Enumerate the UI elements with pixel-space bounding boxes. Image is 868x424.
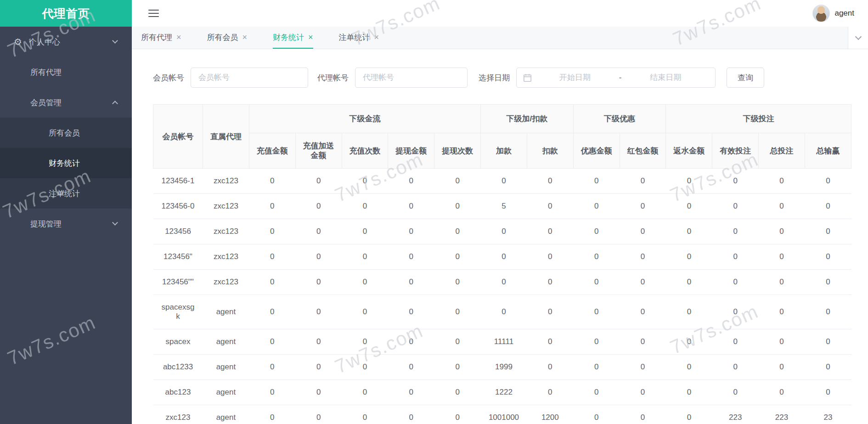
user-menu[interactable]: agent [812,5,854,22]
table-row: 123456-1zxc1230000000000000 [153,169,851,194]
table-column-header: 优惠金额 [573,133,620,169]
search-button[interactable]: 查询 [727,68,764,88]
tabs: 所有代理×所有会员×财务统计×注单统计× [141,27,405,49]
chevron-down-icon [112,220,118,226]
table-cell: 0 [249,329,295,355]
sidebar-item-all-agents[interactable]: 所有代理 [0,57,132,87]
username: agent [834,9,854,18]
tab-close-icon[interactable]: × [176,33,181,41]
table-cell: 0 [295,355,342,380]
table-cell: 0 [527,244,573,270]
table-cell: 0 [666,380,712,405]
table-cell: 0 [712,244,759,270]
table-cell: agent [203,380,249,405]
date-range-picker[interactable]: - [516,68,716,88]
table-cell: 0 [759,380,805,405]
table-cell: 0 [434,270,481,295]
topbar: agent [132,0,868,27]
table-column-header: 提现金额 [388,133,434,169]
tab-close-icon[interactable]: × [242,33,248,41]
table-cell: 0 [295,329,342,355]
table-cell: 0 [712,219,759,244]
table-group-header: 下级优惠 [573,105,666,133]
table-cell: 0 [712,329,759,355]
table-cell: 0 [434,405,481,424]
table-cell: 0 [434,295,481,329]
tab-all-members[interactable]: 所有会员× [207,27,248,49]
tab-label: 所有代理 [141,32,172,43]
table-cell: 0 [295,295,342,329]
table-cell: 123456-0 [153,194,203,219]
table-cell: 0 [805,329,851,355]
table-cell: 0 [759,270,805,295]
table-cell: zxc123 [153,405,203,424]
agent-account-input[interactable] [355,68,468,88]
tab-all-agents[interactable]: 所有代理× [141,27,181,49]
sidebar-item-all-members[interactable]: 所有会员 [0,118,132,148]
table-cell: 0 [573,405,620,424]
table-cell: 0 [759,329,805,355]
table-cell: 1001000 [481,405,527,424]
table-cell: 0 [527,194,573,219]
table-cell: 0 [481,169,527,194]
sidebar-item-bet-stats[interactable]: 注单统计 [0,178,132,209]
table-column-header: 加款 [481,133,527,169]
table-row: abc1233agent0000019990000000 [153,355,851,380]
table-cell: 0 [805,295,851,329]
table-cell: 0 [249,405,295,424]
table-cell: 0 [666,219,712,244]
table-cell: 0 [388,219,434,244]
table-cell: 0 [712,355,759,380]
tabs-collapse-button[interactable] [848,27,868,49]
table-cell: 0 [805,380,851,405]
table-cell: 0 [388,244,434,270]
sidebar-item-withdrawal-management[interactable]: 提现管理 [0,209,132,239]
table-cell: 0 [573,295,620,329]
table-cell: 0 [712,194,759,219]
start-date-input[interactable] [532,73,618,82]
tabbar: 所有代理×所有会员×财务统计×注单统计× [132,27,868,49]
table-cell: 0 [759,295,805,329]
table-cell: 0 [249,244,295,270]
table-cell: 123456 [153,219,203,244]
date-label: 选择日期 [479,73,510,83]
table-cell: 0 [573,169,620,194]
member-account-input[interactable] [191,68,308,88]
table-cell: 0 [249,169,295,194]
table-cell: 0 [527,329,573,355]
table-cell: 223 [712,405,759,424]
sidebar-item-label: 提现管理 [30,219,62,229]
table-cell: 0 [805,194,851,219]
member-account-label: 会员帐号 [153,73,184,83]
table-cell: 0 [620,329,666,355]
table-cell: 11111 [481,329,527,355]
table-cell: 0 [434,355,481,380]
table-cell: 0 [527,219,573,244]
table-cell: 0 [388,169,434,194]
table-cell: 0 [759,219,805,244]
table-cell: 0 [481,219,527,244]
table-cell: 0 [342,219,388,244]
table-cell: zxc123 [203,194,249,219]
tab-label: 财务统计 [273,32,304,43]
sidebar-item-personal-center[interactable]: ⚙个人中心 [0,27,132,57]
end-date-input[interactable] [622,73,709,82]
table-cell: 0 [712,295,759,329]
table-cell: 0 [249,270,295,295]
table-cell: 0 [666,295,712,329]
app-window: 代理首页 ⚙个人中心所有代理会员管理所有会员财务统计注单统计提现管理 agent… [0,0,868,424]
tab-close-icon[interactable]: × [308,33,313,41]
finance-stats-table: 会员帐号直属代理下级金流下级加/扣款下级优惠下级投注充值金额充值加送金额充值次数… [153,104,851,424]
table-column-header: 扣款 [527,133,573,169]
table-cell: 0 [573,355,620,380]
table-cell: 0 [342,194,388,219]
chevron-up-icon [112,101,118,107]
tab-finance-stats[interactable]: 财务统计× [273,27,313,49]
sidebar-item-finance-stats[interactable]: 财务统计 [0,148,132,178]
tab-bet-stats[interactable]: 注单统计× [339,27,379,49]
tab-close-icon[interactable]: × [374,33,379,41]
date-separator: - [618,73,623,82]
sidebar-item-member-management[interactable]: 会员管理 [0,87,132,118]
hamburger-menu-icon[interactable] [148,10,159,17]
table-cell: 0 [342,329,388,355]
